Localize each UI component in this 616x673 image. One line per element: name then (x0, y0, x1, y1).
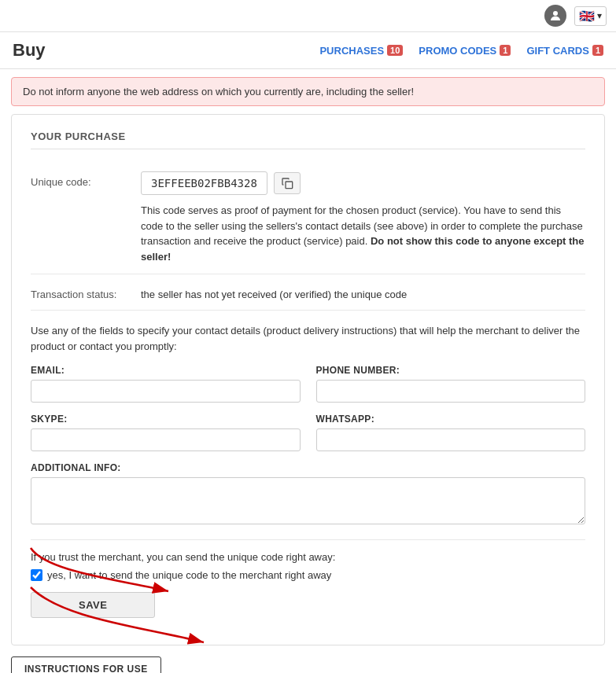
email-label: EMAIL: (31, 365, 301, 376)
transaction-status-row: Transaction status: the seller has not y… (31, 274, 585, 311)
transaction-status-value: the seller has not yet received (or veri… (141, 284, 585, 300)
section-title: YOUR PURCHASE (31, 131, 585, 149)
top-bar: 🇬🇧 ▾ (0, 0, 616, 32)
whatsapp-input[interactable] (316, 428, 586, 451)
contact-grid: EMAIL: PHONE NUMBER: SKYPE: WHATSAPP: AD… (31, 365, 585, 527)
phone-label: PHONE NUMBER: (316, 365, 586, 376)
email-input[interactable] (31, 380, 301, 403)
purchases-label: PURCHASES (319, 45, 384, 57)
warning-alert: Do not inform anyone the web address on … (11, 77, 605, 106)
send-code-checkbox[interactable] (31, 569, 42, 581)
flag-icon: 🇬🇧 (579, 9, 595, 24)
skype-label: SKYPE: (31, 414, 301, 425)
whatsapp-label: WHATSAPP: (316, 414, 586, 425)
email-field-group: EMAIL: (31, 365, 301, 403)
trust-text: If you trust the merchant, you can send … (31, 551, 585, 563)
gift-cards-link[interactable]: GIFT CARDS 1 (526, 45, 603, 57)
trust-section: If you trust the merchant, you can send … (31, 540, 585, 629)
instructions-section: INSTRUCTIONS FOR USE (11, 656, 605, 673)
dropdown-chevron: ▾ (597, 10, 602, 21)
whatsapp-field-group: WHATSAPP: (316, 414, 586, 451)
promo-codes-badge: 1 (500, 45, 511, 56)
transaction-status-label: Transaction status: (31, 284, 141, 300)
contact-intro: Use any of the fields to specify your co… (31, 323, 585, 354)
contact-section: Use any of the fields to specify your co… (31, 311, 585, 540)
phone-field-group: PHONE NUMBER: (316, 365, 586, 403)
profile-icon[interactable] (544, 5, 566, 27)
save-button[interactable]: SAVE (31, 592, 155, 618)
code-description: This code serves as proof of payment for… (141, 203, 585, 264)
alert-message: Do not inform anyone the web address on … (23, 86, 414, 97)
code-display: 3EFFEEB02FBB4328 (141, 171, 267, 195)
page-title: Buy (13, 40, 319, 61)
instructions-button[interactable]: INSTRUCTIONS FOR USE (11, 656, 161, 673)
gift-cards-badge: 1 (592, 45, 603, 56)
code-box: 3EFFEEB02FBB4328 (141, 171, 585, 195)
svg-rect-1 (286, 182, 293, 189)
additional-info-field-group: ADDITIONAL INFO: (31, 462, 585, 527)
purchase-panel: YOUR PURCHASE Unique code: 3EFFEEB02FBB4… (11, 114, 605, 645)
copy-button[interactable] (274, 172, 301, 194)
language-selector[interactable]: 🇬🇧 ▾ (574, 6, 607, 26)
send-code-label[interactable]: yes, I want to send the unique code to t… (47, 569, 331, 581)
checkbox-row: yes, I want to send the unique code to t… (31, 569, 585, 581)
purchases-link[interactable]: PURCHASES 10 (319, 45, 403, 57)
promo-codes-label: PROMO CODES (419, 45, 496, 57)
purchases-badge: 10 (387, 45, 403, 56)
phone-input[interactable] (316, 380, 586, 403)
promo-codes-link[interactable]: PROMO CODES 1 (419, 45, 511, 57)
svg-point-0 (553, 11, 558, 16)
unique-code-row: Unique code: 3EFFEEB02FBB4328 This code … (31, 162, 585, 274)
skype-input[interactable] (31, 428, 301, 451)
gift-cards-label: GIFT CARDS (526, 45, 588, 57)
additional-info-label: ADDITIONAL INFO: (31, 462, 585, 473)
additional-info-input[interactable] (31, 477, 585, 524)
page-header: Buy PURCHASES 10 PROMO CODES 1 GIFT CARD… (0, 32, 616, 69)
nav-links: PURCHASES 10 PROMO CODES 1 GIFT CARDS 1 (319, 45, 603, 57)
unique-code-label: Unique code: (31, 171, 141, 188)
skype-field-group: SKYPE: (31, 414, 301, 451)
unique-code-value: 3EFFEEB02FBB4328 This code serves as pro… (141, 171, 585, 264)
